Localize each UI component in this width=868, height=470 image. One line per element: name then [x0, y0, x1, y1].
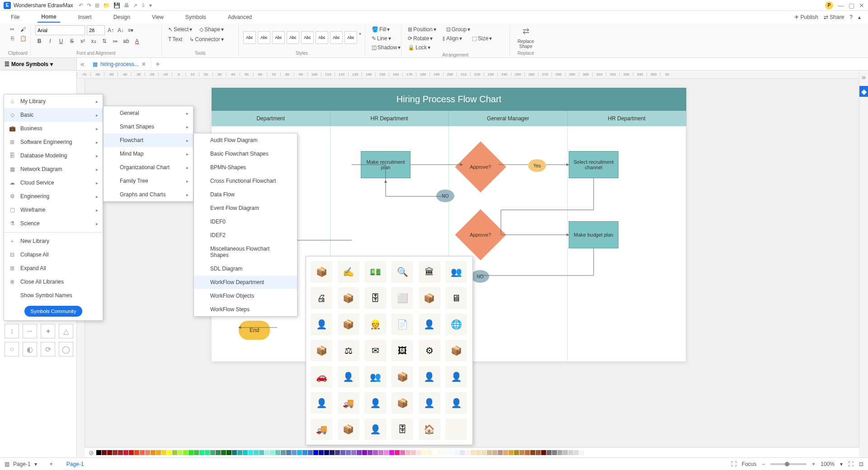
focus-label[interactable]: Focus: [742, 461, 757, 467]
submenu-cross-functional[interactable]: Cross Functional Flowchart: [194, 174, 297, 188]
style-preset[interactable]: Abc: [301, 31, 314, 44]
symbol-item[interactable]: 📦: [338, 287, 359, 309]
color-swatch[interactable]: [422, 450, 427, 455]
submenu-data-flow[interactable]: Data Flow: [194, 188, 297, 201]
lane-header[interactable]: Department: [212, 111, 330, 126]
focus-icon[interactable]: ⛶: [731, 461, 736, 467]
shape-item[interactable]: ◐: [23, 342, 37, 356]
color-swatch[interactable]: [330, 450, 335, 455]
highlight-icon[interactable]: ab: [122, 37, 130, 45]
color-swatch[interactable]: [178, 450, 183, 455]
symbol-item[interactable]: 🔍: [392, 261, 413, 283]
user-avatar[interactable]: P: [825, 1, 833, 9]
menu-science[interactable]: ⚗Science▸: [4, 217, 103, 230]
symbol-item[interactable]: 📦: [392, 392, 413, 414]
color-swatch[interactable]: [438, 450, 443, 455]
color-swatch[interactable]: [357, 450, 362, 455]
shape-item[interactable]: ○: [5, 342, 19, 356]
symbol-item[interactable]: ⚖: [338, 340, 359, 361]
redo-icon[interactable]: ↷: [87, 2, 91, 9]
zoom-dropdown-icon[interactable]: ▾: [840, 461, 843, 467]
color-swatch[interactable]: [351, 450, 356, 455]
symbol-item[interactable]: 👤: [445, 392, 467, 414]
symbol-item[interactable]: 👤: [311, 313, 332, 335]
color-swatch[interactable]: [525, 450, 530, 455]
color-swatch[interactable]: [199, 450, 204, 455]
color-swatch[interactable]: [395, 450, 400, 455]
submenu-basic-shapes[interactable]: Basic Flowchart Shapes: [194, 147, 297, 161]
decrease-font-icon[interactable]: A↓: [117, 26, 125, 34]
symbol-item[interactable]: 💵: [364, 261, 386, 283]
minimize-icon[interactable]: —: [838, 2, 844, 9]
color-swatch[interactable]: [210, 450, 215, 455]
color-swatch[interactable]: [292, 450, 297, 455]
symbol-item[interactable]: 📄: [392, 313, 413, 335]
submenu-workflow-dept[interactable]: WorkFlow Department: [194, 275, 297, 289]
color-swatch[interactable]: [259, 450, 264, 455]
submenu-idef2[interactable]: IDEF2: [194, 228, 297, 242]
page-label[interactable]: Page-1: [13, 461, 31, 467]
undo-icon[interactable]: ↶: [79, 2, 83, 9]
symbol-item[interactable]: 👤: [311, 392, 332, 414]
color-swatch[interactable]: [487, 450, 492, 455]
symbol-item[interactable]: 📦: [338, 313, 359, 335]
zoom-value[interactable]: 100%: [821, 461, 835, 467]
style-preset[interactable]: Abc: [287, 31, 299, 44]
color-swatch[interactable]: [509, 450, 514, 455]
color-swatch[interactable]: [471, 450, 476, 455]
color-swatch[interactable]: [568, 450, 573, 455]
underline-icon[interactable]: U: [57, 37, 65, 45]
color-swatch[interactable]: [313, 450, 318, 455]
flow-yes-1[interactable]: Yes: [528, 159, 546, 172]
color-swatch[interactable]: [552, 450, 557, 455]
replace-shape-icon[interactable]: ⇄: [523, 26, 529, 36]
color-swatch[interactable]: [384, 450, 389, 455]
color-swatch[interactable]: [226, 450, 231, 455]
lock-button[interactable]: 🔒 Lock▾: [406, 43, 432, 52]
submenu-mind-map[interactable]: Mind Map▸: [104, 147, 193, 161]
symbol-item[interactable]: 🗄: [364, 287, 386, 309]
line-spacing-icon[interactable]: ⇅: [100, 37, 108, 45]
color-swatch[interactable]: [362, 450, 367, 455]
color-swatch[interactable]: [254, 450, 259, 455]
color-swatch[interactable]: [519, 450, 524, 455]
color-swatch[interactable]: [541, 450, 546, 455]
chart-title[interactable]: Hiring Process Flow Chart: [212, 88, 686, 111]
symbol-item[interactable]: ⚙: [419, 340, 440, 361]
menu-wireframe[interactable]: ▢Wireframe▸: [4, 203, 103, 217]
menu-expand-all[interactable]: ⊞Expand All: [4, 261, 103, 275]
shape-item[interactable]: ◯: [59, 342, 73, 356]
shape-item[interactable]: ↔: [23, 324, 37, 338]
tab-advanced[interactable]: Advanced: [224, 12, 255, 22]
submenu-workflow-steps[interactable]: WorkFlow Steps: [194, 303, 297, 316]
align-menu-icon[interactable]: ≡▾: [127, 26, 135, 34]
menu-software-engineering[interactable]: ⊞Software Engineering▸: [4, 135, 103, 149]
symbol-item[interactable]: 👤: [445, 366, 467, 388]
style-preset[interactable]: Abc: [272, 31, 285, 44]
lane-header[interactable]: General Manager: [449, 111, 568, 126]
color-swatch[interactable]: [194, 450, 199, 455]
symbol-item[interactable]: 🌐: [445, 313, 467, 335]
menu-basic[interactable]: ◇Basic▸: [4, 108, 103, 122]
lane-header[interactable]: HR Department: [330, 111, 449, 126]
symbol-item[interactable]: 📦: [311, 340, 332, 361]
collapse-sidebar-icon[interactable]: «: [77, 60, 88, 68]
shadow-button[interactable]: ◫ Shadow ▾: [370, 43, 402, 52]
tab-design[interactable]: Design: [110, 12, 134, 22]
new-icon[interactable]: ⊞: [95, 2, 99, 9]
fit-page-icon[interactable]: ⛶: [848, 461, 854, 467]
color-swatch[interactable]: [183, 450, 188, 455]
color-swatch[interactable]: [161, 450, 166, 455]
color-swatch[interactable]: [492, 450, 497, 455]
color-swatch[interactable]: [172, 450, 177, 455]
submenu-graphs-charts[interactable]: Graphs and Charts▸: [104, 188, 193, 201]
color-swatch[interactable]: [156, 450, 161, 455]
submenu-workflow-obj[interactable]: WorkFlow Objects: [194, 289, 297, 303]
symbol-item[interactable]: 👤: [338, 366, 359, 388]
color-swatch[interactable]: [113, 450, 118, 455]
symbol-item[interactable]: [445, 418, 467, 440]
expand-right-panel-icon[interactable]: »: [859, 71, 868, 84]
publish-button[interactable]: ✈ Publish: [794, 14, 818, 20]
symbol-item[interactable]: ✍: [338, 261, 359, 283]
menu-show-symbol-names[interactable]: Show Symbol Names: [4, 289, 103, 302]
